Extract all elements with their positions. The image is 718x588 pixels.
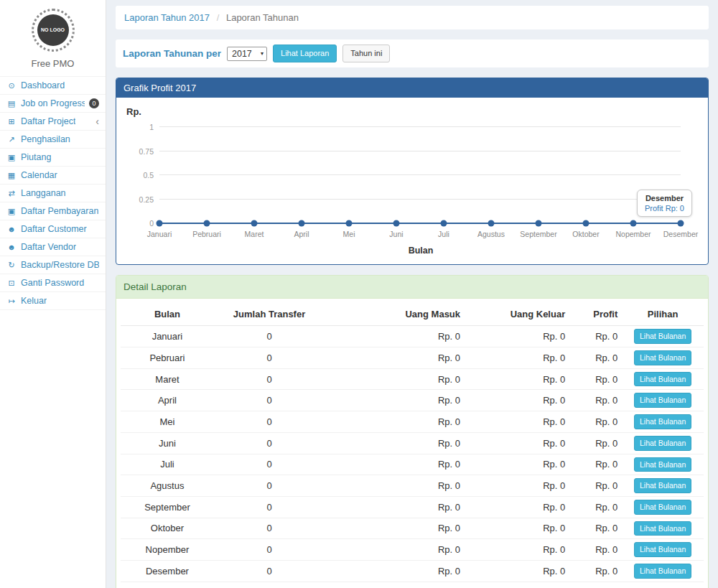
sidebar-item-penghasilan[interactable]: ↗Penghasilan (0, 131, 106, 149)
sidebar-item-calendar[interactable]: ▦Calendar (0, 167, 106, 185)
lihat-bulanan-button[interactable]: Lihat Bulanan (634, 350, 691, 365)
table-cell: 0 (214, 539, 325, 561)
total-empty-cell (622, 582, 704, 588)
filter-label: Laporan Tahunan per (123, 48, 221, 59)
table-cell: Rp. 0 (465, 368, 569, 390)
lihat-bulanan-button[interactable]: Lihat Bulanan (634, 542, 691, 557)
tooltip-value: Profit Rp: 0 (645, 204, 684, 213)
sidebar-item-label: Daftar Customer (21, 224, 87, 234)
data-point-oktober[interactable] (583, 220, 589, 227)
data-point-nopember[interactable] (630, 220, 637, 227)
table-cell: Rp. 0 (325, 454, 465, 475)
sidebar-item-daftar-customer[interactable]: ☻Daftar Customer (0, 220, 106, 238)
col-profit: Profit (569, 303, 622, 326)
lihat-bulanan-button[interactable]: Lihat Bulanan (634, 500, 691, 515)
data-point-pebruari[interactable] (204, 220, 210, 227)
data-point-desember[interactable] (678, 220, 684, 227)
table-cell: 0 (214, 368, 325, 390)
year-select-value: 2017 (232, 49, 252, 59)
table-cell: Rp. 0 (325, 347, 465, 369)
x-tick-label: Pebruari (192, 230, 221, 238)
sidebar-item-label: Daftar Vendor (21, 242, 76, 252)
table-cell: Rp. 0 (569, 347, 622, 369)
lihat-bulanan-button[interactable]: Lihat Bulanan (634, 436, 691, 451)
sidebar-item-label: Piutang (21, 152, 51, 162)
action-cell: Lihat Bulanan (622, 411, 704, 433)
table-cell: Rp. 0 (325, 326, 465, 347)
sidebar-item-langganan[interactable]: ⇄Langganan (0, 185, 106, 202)
lihat-bulanan-button[interactable]: Lihat Bulanan (634, 478, 691, 493)
tahun-ini-button[interactable]: Tahun ini (342, 45, 390, 62)
sidebar-item-keluar[interactable]: ↦Keluar (0, 292, 106, 310)
tasks-icon: ▤ (6, 99, 17, 108)
table-total-row: Total 0 Rp. 0 Rp. 0 Rp. 0 (121, 582, 704, 588)
table-cell: Rp. 0 (465, 475, 569, 497)
y-tick-label: 0.25 (126, 195, 154, 204)
calendar-icon: ▦ (6, 171, 17, 180)
total-uang-masuk: Rp. 0 (325, 582, 465, 588)
sidebar-item-dashboard[interactable]: ⊙Dashboard (0, 77, 106, 95)
action-cell: Lihat Bulanan (622, 518, 704, 539)
data-point-juli[interactable] (441, 220, 447, 227)
total-profit: Rp. 0 (569, 582, 622, 588)
table-icon: ⊞ (6, 117, 17, 126)
x-tick-label: Oktober (572, 230, 599, 238)
table-cell: 0 (214, 411, 325, 433)
table-cell: 0 (214, 496, 325, 518)
sidebar-item-ganti-password[interactable]: ⊡Ganti Password (0, 274, 106, 292)
lihat-laporan-button[interactable]: Lihat Laporan (273, 45, 337, 62)
sidebar-item-piutang[interactable]: ▣Piutang (0, 149, 106, 167)
year-select[interactable]: 2017 ▾ (227, 47, 267, 61)
data-point-september[interactable] (536, 220, 542, 227)
table-row: September0Rp. 0Rp. 0Rp. 0Lihat Bulanan (121, 496, 704, 518)
breadcrumb-link-laporan-tahun[interactable]: Laporan Tahun 2017 (124, 12, 210, 23)
table-cell: Rp. 0 (465, 326, 569, 347)
data-point-mei[interactable] (346, 220, 353, 227)
table-row: Desember0Rp. 0Rp. 0Rp. 0Lihat Bulanan (121, 560, 704, 582)
table-cell: Desember (121, 560, 214, 582)
table-cell: Rp. 0 (569, 411, 622, 433)
sidebar-item-backup-restore-db[interactable]: ↻Backup/Restore DB (0, 256, 106, 274)
profit-chart-panel: Grafik Profit 2017 Rp. Desember Profit R… (116, 78, 709, 265)
table-cell: 0 (214, 347, 325, 369)
table-cell: Rp. 0 (325, 390, 465, 411)
lihat-bulanan-button[interactable]: Lihat Bulanan (634, 372, 691, 387)
lihat-bulanan-button[interactable]: Lihat Bulanan (634, 457, 691, 472)
lihat-bulanan-button[interactable]: Lihat Bulanan (634, 564, 691, 579)
dashboard-icon: ⊙ (6, 81, 17, 90)
lihat-bulanan-button[interactable]: Lihat Bulanan (634, 414, 691, 429)
table-cell: 0 (214, 454, 325, 475)
col-uang-keluar: Uang Keluar (465, 303, 569, 326)
app: NO LOGO Free PMO ⊙Dashboard▤Job on Progr… (0, 0, 718, 588)
sidebar-item-daftar-project[interactable]: ⊞Daftar Project‹ (0, 113, 106, 131)
data-point-maret[interactable] (251, 220, 258, 227)
data-point-januari[interactable] (157, 220, 163, 227)
x-tick-label: Desember (663, 230, 698, 238)
col-uang-masuk: Uang Masuk (325, 303, 465, 326)
sidebar-item-daftar-pembayaran[interactable]: ▣Daftar Pembayaran (0, 202, 106, 220)
report-filter-panel: Laporan Tahunan per 2017 ▾ Lihat Laporan… (116, 39, 709, 67)
lihat-bulanan-button[interactable]: Lihat Bulanan (634, 329, 691, 344)
table-row: Mei0Rp. 0Rp. 0Rp. 0Lihat Bulanan (121, 411, 704, 433)
gridline (159, 174, 681, 175)
col-jumlah-transfer: Jumlah Transfer (214, 303, 325, 326)
lock-icon: ⊡ (6, 279, 17, 288)
action-cell: Lihat Bulanan (622, 454, 704, 475)
table-cell: Agustus (121, 475, 214, 497)
table-cell: Rp. 0 (465, 560, 569, 582)
profit-chart-plot: Desember Profit Rp: 0 00.250.50.751 (159, 127, 681, 223)
report-table-body: Januari0Rp. 0Rp. 0Rp. 0Lihat BulananPebr… (121, 326, 704, 582)
table-cell: Rp. 0 (325, 560, 465, 582)
table-row: Pebruari0Rp. 0Rp. 0Rp. 0Lihat Bulanan (121, 347, 704, 369)
sidebar-item-job-on-progress[interactable]: ▤Job on Progress0 (0, 95, 106, 113)
data-point-juni[interactable] (393, 220, 400, 227)
lihat-bulanan-button[interactable]: Lihat Bulanan (634, 393, 691, 408)
sidebar-item-label: Dashboard (21, 80, 65, 90)
refresh-icon: ↻ (6, 261, 17, 270)
table-cell: Oktober (121, 518, 214, 539)
data-point-agustus[interactable] (488, 220, 495, 227)
y-tick-label: 0.75 (126, 147, 154, 156)
lihat-bulanan-button[interactable]: Lihat Bulanan (634, 521, 691, 536)
sidebar-item-daftar-vendor[interactable]: ☻Daftar Vendor (0, 238, 106, 256)
data-point-april[interactable] (299, 220, 305, 227)
